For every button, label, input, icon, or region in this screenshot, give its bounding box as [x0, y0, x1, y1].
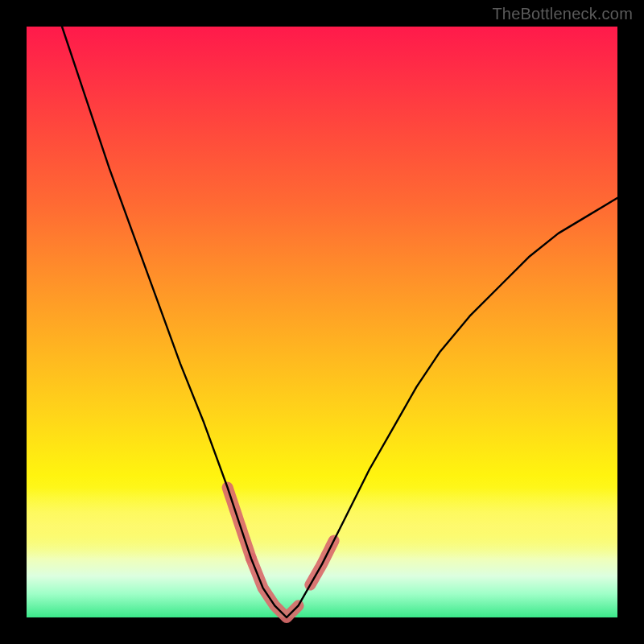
- plot-area: [27, 27, 617, 617]
- bottleneck-curve: [27, 27, 617, 617]
- highlight-segment: [251, 559, 299, 617]
- chart-frame: TheBottleneck.com: [0, 0, 644, 644]
- main-curve-path: [62, 27, 617, 617]
- watermark-text: TheBottleneck.com: [492, 5, 633, 23]
- highlight-layer: [228, 488, 334, 618]
